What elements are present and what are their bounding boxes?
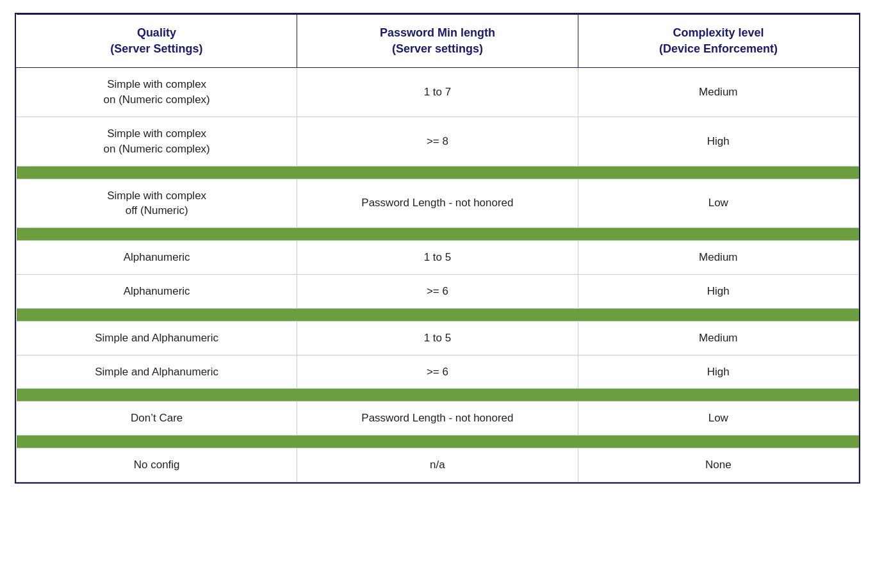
password-cell: Password Length - not honored <box>297 402 578 436</box>
quality-cell: Alphanumeric <box>17 241 297 275</box>
quality-header: Quality (Server Settings) <box>17 15 297 68</box>
separator-cell <box>17 228 859 241</box>
password-cell: Password Length - not honored <box>297 179 578 228</box>
quality-cell: Simple with complexon (Numeric complex) <box>17 68 297 117</box>
complexity-cell: High <box>578 274 858 308</box>
separator-row <box>17 166 859 179</box>
table-row: Don’t CarePassword Length - not honoredL… <box>17 402 859 436</box>
table-row: Simple and Alphanumeric>= 6High <box>17 355 859 389</box>
table-header: Quality (Server Settings) Password Min l… <box>17 15 859 68</box>
separator-cell <box>17 436 859 448</box>
complexity-header: Complexity level (Device Enforcement) <box>578 15 858 68</box>
complexity-cell: Low <box>578 402 858 436</box>
quality-cell: Simple with complexoff (Numeric) <box>17 179 297 228</box>
header-row: Quality (Server Settings) Password Min l… <box>17 15 859 68</box>
table-row: Simple and Alphanumeric1 to 5Medium <box>17 321 859 355</box>
quality-cell: No config <box>17 448 297 482</box>
separator-row <box>17 389 859 402</box>
separator-row <box>17 308 859 321</box>
password-cell: >= 6 <box>297 274 578 308</box>
table-row: Alphanumeric>= 6High <box>17 274 859 308</box>
table-row: No confign/aNone <box>17 448 859 482</box>
quality-cell: Don’t Care <box>17 402 297 436</box>
table-row: Simple with complexon (Numeric complex)>… <box>17 117 859 166</box>
complexity-header-line2: (Device Enforcement) <box>659 42 778 55</box>
main-table-wrapper: Quality (Server Settings) Password Min l… <box>15 13 860 484</box>
complexity-cell: High <box>578 117 858 166</box>
password-header-line2: (Server settings) <box>392 42 483 55</box>
quality-header-line1: Quality <box>137 26 176 39</box>
complexity-header-line1: Complexity level <box>673 26 764 39</box>
quality-cell: Simple and Alphanumeric <box>17 355 297 389</box>
separator-row <box>17 436 859 448</box>
password-header-line1: Password Min length <box>380 26 495 39</box>
password-cell: 1 to 7 <box>297 68 578 117</box>
password-cell: >= 6 <box>297 355 578 389</box>
complexity-cell: Medium <box>578 321 858 355</box>
quality-cell: Simple and Alphanumeric <box>17 321 297 355</box>
password-header: Password Min length (Server settings) <box>297 15 578 68</box>
comparison-table: Quality (Server Settings) Password Min l… <box>16 14 859 482</box>
table-body: Simple with complexon (Numeric complex)1… <box>17 68 859 482</box>
password-cell: 1 to 5 <box>297 241 578 275</box>
table-row: Alphanumeric1 to 5Medium <box>17 241 859 275</box>
quality-header-line2: (Server Settings) <box>110 42 202 55</box>
separator-cell <box>17 308 859 321</box>
password-cell: 1 to 5 <box>297 321 578 355</box>
quality-cell: Alphanumeric <box>17 274 297 308</box>
quality-cell: Simple with complexon (Numeric complex) <box>17 117 297 166</box>
complexity-cell: Low <box>578 179 858 228</box>
separator-cell <box>17 166 859 179</box>
password-cell: n/a <box>297 448 578 482</box>
complexity-cell: Medium <box>578 241 858 275</box>
complexity-cell: None <box>578 448 858 482</box>
complexity-cell: Medium <box>578 68 858 117</box>
table-row: Simple with complexoff (Numeric)Password… <box>17 179 859 228</box>
separator-row <box>17 228 859 241</box>
password-cell: >= 8 <box>297 117 578 166</box>
table-row: Simple with complexon (Numeric complex)1… <box>17 68 859 117</box>
complexity-cell: High <box>578 355 858 389</box>
separator-cell <box>17 389 859 402</box>
